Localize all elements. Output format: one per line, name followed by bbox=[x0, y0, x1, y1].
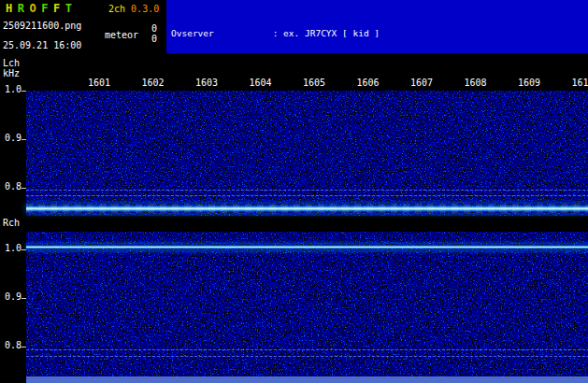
rch-freq-tick-label: 1.0 bbox=[5, 243, 22, 253]
khz-unit-label: kHz bbox=[3, 68, 20, 78]
lch-faint-carrier-line bbox=[26, 190, 588, 191]
meteor-count-1: 0 bbox=[151, 23, 157, 34]
title-letter: O bbox=[29, 2, 36, 15]
observer-header: Ovserver : ex. JR7CYX [ kid ] Receiving … bbox=[166, 0, 588, 53]
rch-freq-tick-label: 0.8 bbox=[5, 340, 22, 350]
time-label: 1604 bbox=[249, 78, 271, 88]
lch-noise-texture bbox=[26, 91, 588, 216]
app-title: HROFFT bbox=[6, 2, 77, 15]
hrofft-output: HROFFT 2ch 0.3.0 2509211600.png 0 meteor… bbox=[0, 0, 588, 383]
time-label: 1605 bbox=[303, 78, 325, 88]
title-letter: R bbox=[18, 2, 24, 15]
level-strip-noise-texture bbox=[26, 376, 588, 383]
version-number: 0.3.0 bbox=[131, 4, 159, 14]
rch-label: Rch bbox=[3, 218, 20, 228]
channel-mode-label: 2ch bbox=[108, 4, 125, 14]
lch-freq-tick-label: 0.9 bbox=[5, 133, 22, 143]
time-label: 1603 bbox=[195, 78, 218, 88]
level-strip bbox=[26, 373, 588, 383]
title-letter: F bbox=[53, 2, 60, 15]
time-label: 1607 bbox=[410, 78, 433, 88]
timestamp: 25.09.21 16:00 bbox=[3, 40, 81, 50]
rch-freq-tick-label: 0.9 bbox=[5, 291, 22, 302]
rch-spectrogram bbox=[26, 232, 588, 383]
lch-label: Lch bbox=[3, 58, 20, 68]
meteor-label: meteor bbox=[105, 30, 138, 40]
title-letter: T bbox=[65, 2, 72, 15]
title-letter: F bbox=[41, 2, 48, 15]
title-letter: H bbox=[6, 2, 12, 15]
time-label: 1610 bbox=[571, 78, 588, 88]
lch-freq-tick-label: 1.0 bbox=[5, 84, 22, 94]
version-label: 2ch 0.3.0 bbox=[108, 4, 159, 14]
time-label: 1601 bbox=[88, 78, 110, 88]
frequency-axis: Lch kHz 1.0 0.9 0.8 Rch 1.0 0.9 0.8 bbox=[0, 53, 26, 383]
rch-faint-carrier-line bbox=[26, 349, 588, 350]
lch-carrier-band bbox=[26, 204, 588, 213]
output-filename: 2509211600.png bbox=[3, 21, 81, 31]
lch-faint-carrier-line bbox=[26, 195, 588, 196]
time-label: 1608 bbox=[464, 78, 486, 88]
rch-carrier-line bbox=[26, 244, 588, 250]
meteor-count-2: 0 bbox=[151, 34, 157, 44]
rch-faint-carrier-line bbox=[26, 356, 588, 357]
lch-freq-tick-label: 0.8 bbox=[5, 181, 22, 192]
rch-noise-texture bbox=[26, 232, 588, 383]
time-label: 1606 bbox=[356, 78, 379, 88]
time-label: 1609 bbox=[518, 78, 540, 88]
observer-line: Ovserver : ex. JR7CYX [ kid ] bbox=[171, 27, 588, 39]
time-axis: 1601160216031604160516061607160816091610 bbox=[26, 78, 588, 89]
lch-spectrogram: 1601160216031604160516061607160816091610 bbox=[26, 53, 588, 216]
info-panel: HROFFT 2ch 0.3.0 2509211600.png 0 meteor… bbox=[0, 0, 166, 53]
time-label: 1602 bbox=[141, 78, 164, 88]
